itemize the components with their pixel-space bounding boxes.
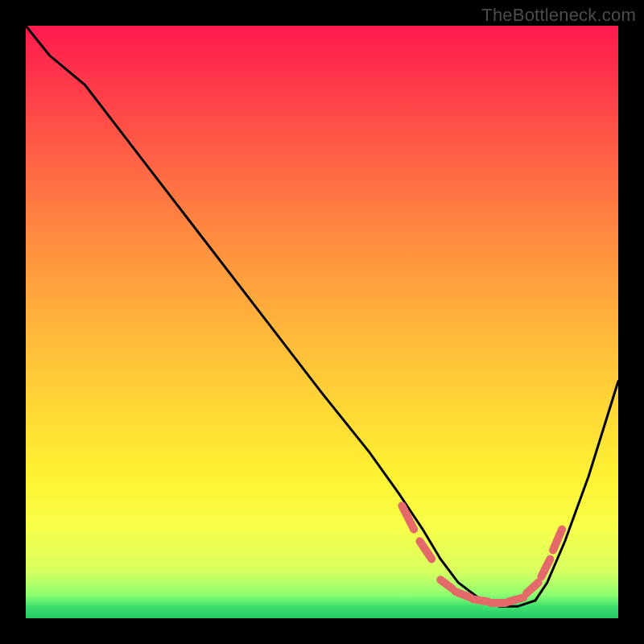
dash-segment (456, 592, 470, 597)
dash-overlay (402, 506, 562, 603)
dash-segment (473, 599, 488, 601)
chart-frame: TheBottleneck.com (0, 0, 644, 644)
dash-segment (526, 583, 539, 593)
dash-segment (553, 530, 562, 551)
curve-line (26, 26, 618, 606)
dash-segment (440, 580, 452, 588)
dash-segment (541, 559, 550, 576)
dash-segment (419, 541, 431, 559)
watermark-text: TheBottleneck.com (481, 5, 636, 26)
chart-svg (26, 26, 618, 618)
dash-segment (402, 506, 414, 529)
chart-plot-area (26, 26, 618, 618)
dash-segment (509, 597, 523, 601)
